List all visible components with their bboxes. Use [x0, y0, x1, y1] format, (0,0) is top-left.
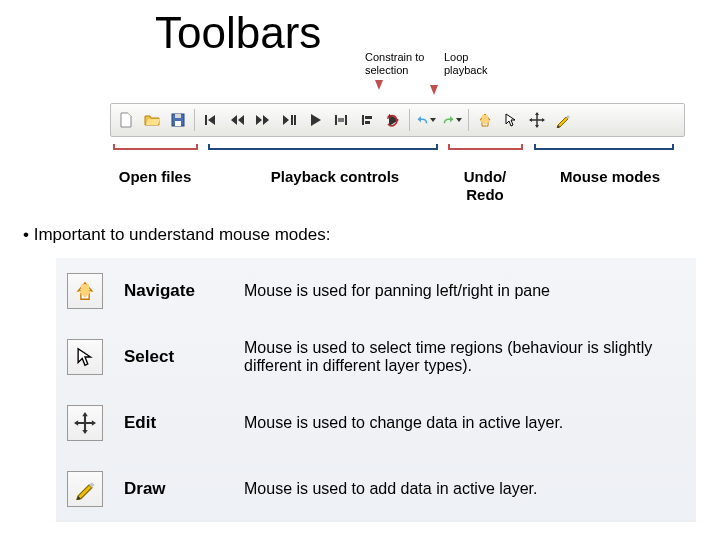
table-row: Edit Mouse is used to change data in act…	[56, 390, 696, 456]
toolbar-separator	[194, 109, 195, 131]
toolbar	[110, 103, 685, 137]
navigate-mode-icon[interactable]	[474, 109, 496, 131]
bullet-text: Important to understand mouse modes:	[23, 225, 330, 245]
table-row: Select Mouse is used to select time regi…	[56, 324, 696, 390]
loop-playback-icon[interactable]	[382, 109, 404, 131]
group-underline-undo-redo	[448, 148, 523, 150]
play-pause-icon[interactable]	[278, 109, 300, 131]
group-label-undo-redo: Undo/ Redo	[450, 168, 520, 204]
group-underline-mouse-modes	[534, 148, 674, 150]
mode-name: Draw	[114, 456, 234, 522]
open-file-icon[interactable]	[141, 109, 163, 131]
group-label-mouse-modes: Mouse modes	[540, 168, 680, 186]
toolbar-separator	[409, 109, 410, 131]
edit-mode-icon	[67, 405, 103, 441]
play-icon[interactable]	[304, 109, 326, 131]
select-mode-icon	[67, 339, 103, 375]
mode-description: Mouse is used to select time regions (be…	[234, 324, 696, 390]
mode-description: Mouse is used to add data in active laye…	[234, 456, 696, 522]
mode-description: Mouse is used for panning left/right in …	[234, 258, 696, 324]
constrain-selection-icon[interactable]	[330, 109, 352, 131]
group-underline-open-files	[113, 148, 198, 150]
redo-icon[interactable]	[441, 109, 463, 131]
rewind-icon[interactable]	[226, 109, 248, 131]
select-mode-icon[interactable]	[500, 109, 522, 131]
arrow-icon	[375, 80, 383, 90]
page-title: Toolbars	[155, 8, 321, 58]
table-row: Draw Mouse is used to add data in active…	[56, 456, 696, 522]
undo-icon[interactable]	[415, 109, 437, 131]
table-row: Navigate Mouse is used for panning left/…	[56, 258, 696, 324]
callout-constrain-to-selection: Constrain to selection	[365, 51, 435, 76]
slide: { "title": "Toolbars", "callouts": { "co…	[0, 0, 720, 540]
navigate-mode-icon	[67, 273, 103, 309]
mouse-modes-table: Navigate Mouse is used for panning left/…	[56, 258, 696, 522]
group-label-playback: Playback controls	[250, 168, 420, 186]
edit-mode-icon[interactable]	[526, 109, 548, 131]
new-file-icon[interactable]	[115, 109, 137, 131]
draw-mode-icon	[67, 471, 103, 507]
mode-name: Select	[114, 324, 234, 390]
group-label-open-files: Open files	[100, 168, 210, 186]
mode-name: Navigate	[114, 258, 234, 324]
arrow-icon	[430, 85, 438, 95]
draw-mode-icon[interactable]	[552, 109, 574, 131]
callout-loop-playback: Loop playback	[444, 51, 504, 76]
toolbar-separator	[468, 109, 469, 131]
rewind-start-icon[interactable]	[200, 109, 222, 131]
align-icon[interactable]	[356, 109, 378, 131]
mode-description: Mouse is used to change data in active l…	[234, 390, 696, 456]
fast-forward-icon[interactable]	[252, 109, 274, 131]
save-icon[interactable]	[167, 109, 189, 131]
mode-name: Edit	[114, 390, 234, 456]
group-underline-playback	[208, 148, 438, 150]
